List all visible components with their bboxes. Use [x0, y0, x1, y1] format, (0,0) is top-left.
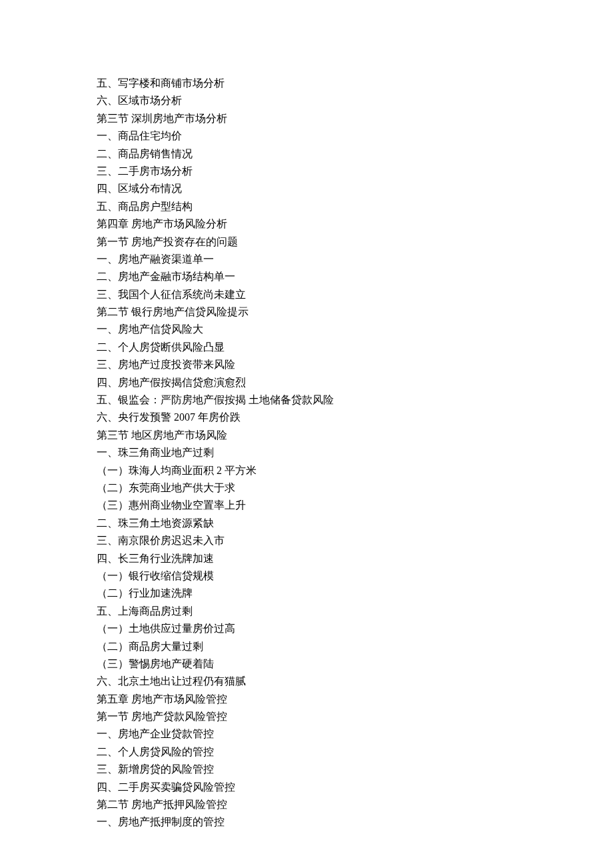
- toc-line: 第三节 深圳房地产市场分析: [97, 110, 613, 127]
- toc-line: 第二节 房地产抵押风险管控: [97, 796, 613, 813]
- toc-line: 三、新增房贷的风险管控: [97, 761, 613, 778]
- toc-line: （三）惠州商业物业空置率上升: [97, 497, 613, 514]
- toc-line: 一、珠三角商业地产过剩: [97, 444, 613, 461]
- toc-line: 第四章 房地产市场风险分析: [97, 215, 613, 233]
- document-content: 五、写字楼和商铺市场分析六、区域市场分析第三节 深圳房地产市场分析一、商品住宅均…: [97, 75, 613, 831]
- toc-line: 二、商品房销售情况: [97, 145, 613, 163]
- toc-line: 第二节 银行房地产信贷风险提示: [97, 303, 613, 321]
- toc-line: 第三节 地区房地产市场风险: [97, 427, 613, 444]
- toc-line: 六、央行发预警 2007 年房价跌: [97, 409, 613, 426]
- toc-line: （一）土地供应过量房价过高: [97, 620, 613, 637]
- toc-line: 四、二手房买卖骗贷风险管控: [97, 779, 613, 796]
- toc-line: 六、北京土地出让过程仍有猫腻: [97, 673, 613, 690]
- toc-line: 四、长三角行业洗牌加速: [97, 550, 613, 567]
- toc-line: （二）东莞商业地产供大于求: [97, 479, 613, 497]
- toc-line: 三、我国个人征信系统尚未建立: [97, 286, 613, 303]
- toc-line: 五、商品房户型结构: [97, 198, 613, 215]
- toc-line: 三、二手房市场分析: [97, 163, 613, 180]
- toc-line: 一、房地产企业贷款管控: [97, 725, 613, 743]
- toc-line: 第五章 房地产市场风险管控: [97, 691, 613, 708]
- toc-line: 一、商品住宅均价: [97, 127, 613, 145]
- toc-line: 五、上海商品房过剩: [97, 603, 613, 620]
- toc-line: 一、房地产融资渠道单一: [97, 251, 613, 268]
- toc-line: 五、银监会：严防房地产假按揭 土地储备贷款风险: [97, 391, 613, 409]
- toc-line: 一、房地产信贷风险大: [97, 321, 613, 338]
- toc-line: （一）珠海人均商业面积 2 平方米: [97, 462, 613, 479]
- toc-line: 二、个人房贷风险的管控: [97, 743, 613, 761]
- toc-line: 四、房地产假按揭信贷愈演愈烈: [97, 374, 613, 391]
- toc-line: 六、区域市场分析: [97, 92, 613, 109]
- toc-line: 五、写字楼和商铺市场分析: [97, 75, 613, 92]
- toc-line: （一）银行收缩信贷规模: [97, 567, 613, 585]
- toc-line: （二）行业加速洗牌: [97, 585, 613, 602]
- toc-line: 二、珠三角土地资源紧缺: [97, 515, 613, 532]
- toc-line: 二、房地产金融市场结构单一: [97, 268, 613, 285]
- toc-line: 三、南京限价房迟迟未入市: [97, 532, 613, 549]
- toc-line: 第一节 房地产投资存在的问题: [97, 233, 613, 251]
- toc-line: 三、房地产过度投资带来风险: [97, 356, 613, 373]
- toc-line: 第一节 房地产贷款风险管控: [97, 708, 613, 725]
- toc-line: 一、房地产抵押制度的管控: [97, 813, 613, 831]
- toc-line: 四、区域分布情况: [97, 180, 613, 197]
- toc-line: （二）商品房大量过剩: [97, 638, 613, 655]
- toc-line: 二、个人房贷断供风险凸显: [97, 339, 613, 356]
- toc-line: （三）警惕房地产硬着陆: [97, 655, 613, 673]
